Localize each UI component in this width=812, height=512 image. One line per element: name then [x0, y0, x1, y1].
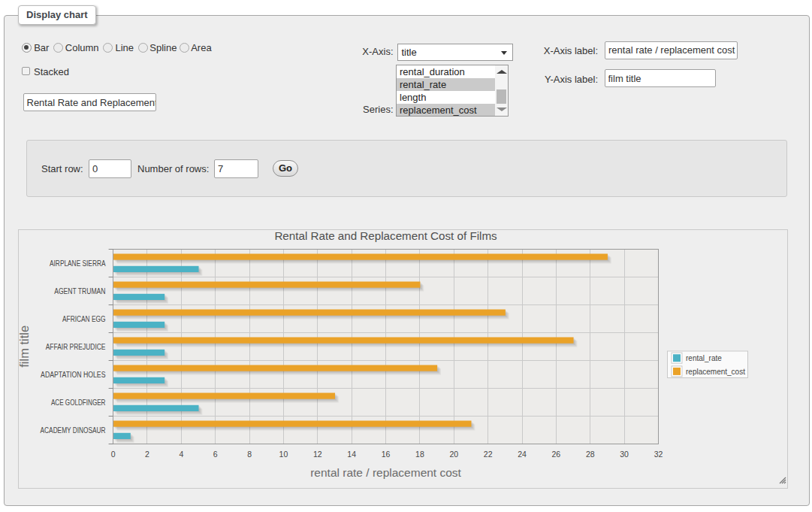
svg-text:28: 28: [586, 450, 595, 459]
svg-text:24: 24: [518, 450, 527, 459]
svg-text:18: 18: [415, 450, 424, 459]
svg-text:AIRPLANE SIERRA: AIRPLANE SIERRA: [50, 259, 106, 268]
svg-text:16: 16: [382, 450, 391, 459]
svg-text:26: 26: [552, 450, 561, 459]
svg-text:AFFAIR PREJUDICE: AFFAIR PREJUDICE: [46, 343, 106, 351]
svg-text:rental_rate: rental_rate: [686, 354, 722, 362]
svg-text:film title: film title: [19, 325, 31, 367]
svg-text:14: 14: [347, 450, 356, 459]
svg-text:4: 4: [179, 450, 183, 459]
svg-text:ACE GOLDFINGER: ACE GOLDFINGER: [51, 398, 106, 407]
svg-text:30: 30: [620, 450, 629, 459]
svg-text:AFRICAN EGG: AFRICAN EGG: [62, 315, 106, 323]
svg-text:32: 32: [654, 450, 663, 459]
svg-text:Rental Rate and Replacement Co: Rental Rate and Replacement Cost of Film…: [274, 230, 497, 242]
svg-text:ADAPTATION HOLES: ADAPTATION HOLES: [41, 371, 106, 379]
svg-text:AGENT TRUMAN: AGENT TRUMAN: [54, 287, 105, 295]
svg-text:replacement_cost: replacement_cost: [686, 367, 745, 375]
svg-text:ACADEMY DINOSAUR: ACADEMY DINOSAUR: [41, 426, 106, 435]
svg-text:6: 6: [213, 450, 218, 459]
svg-text:12: 12: [313, 450, 322, 459]
svg-text:0: 0: [111, 450, 116, 459]
svg-text:2: 2: [145, 450, 149, 459]
svg-text:10: 10: [279, 450, 288, 459]
svg-text:22: 22: [484, 450, 493, 459]
svg-text:20: 20: [449, 450, 458, 459]
svg-text:rental rate / replacement cost: rental rate / replacement cost: [310, 466, 461, 479]
svg-text:8: 8: [247, 450, 252, 459]
